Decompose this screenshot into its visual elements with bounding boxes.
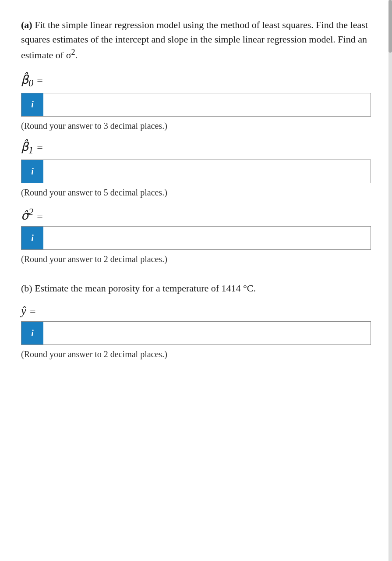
question-block: (a) Fit the simple linear regression mod… — [21, 18, 371, 359]
sigma-sq-info-icon: i — [31, 233, 34, 243]
part-b-question-text: (b) Estimate the mean porosity for a tem… — [21, 281, 371, 295]
part-b-label: (b) — [21, 283, 32, 294]
sigma-sq-input[interactable] — [43, 227, 371, 249]
beta0-input-container: i — [21, 93, 371, 117]
y-hat-info-button[interactable]: i — [21, 322, 43, 344]
y-hat-section: ŷ = i (Round your answer to 2 decimal pl… — [21, 304, 371, 359]
y-hat-label: ŷ = — [21, 304, 371, 318]
beta1-input-container: i — [21, 160, 371, 183]
y-hat-round-note: (Round your answer to 2 decimal places.) — [21, 349, 371, 359]
sigma-sq-input-container: i — [21, 226, 371, 250]
part-a-label: (a) — [21, 19, 32, 30]
sigma-sq-label: σ̂2 = — [21, 206, 371, 223]
separator — [21, 273, 371, 281]
beta0-info-button[interactable]: i — [21, 93, 43, 116]
beta1-info-button[interactable]: i — [21, 160, 43, 183]
beta0-symbol: β̂0 — [21, 73, 33, 89]
beta1-label: β̂1 = — [21, 140, 371, 156]
beta0-section: β̂0 = i (Round your answer to 3 decimal … — [21, 73, 371, 131]
sigma-sq-equals: = — [37, 210, 43, 222]
scrollbar-track — [388, 0, 392, 561]
beta0-info-icon: i — [31, 99, 34, 110]
sigma-sq-round-note: (Round your answer to 2 decimal places.) — [21, 254, 371, 264]
y-hat-info-icon: i — [31, 328, 34, 338]
beta1-info-icon: i — [31, 167, 34, 177]
sigma-sq-info-button[interactable]: i — [21, 227, 43, 249]
beta1-symbol: β̂1 — [21, 140, 33, 156]
beta0-equals: = — [37, 75, 43, 86]
scrollbar-thumb[interactable] — [388, 0, 392, 53]
y-hat-input[interactable] — [43, 322, 371, 344]
beta1-section: β̂1 = i (Round your answer to 5 decimal … — [21, 140, 371, 198]
beta0-label: β̂0 = — [21, 73, 371, 89]
sigma-sq-symbol: σ̂2 — [21, 206, 33, 223]
beta0-input[interactable] — [43, 93, 371, 116]
y-hat-input-container: i — [21, 321, 371, 345]
beta1-equals: = — [37, 142, 43, 153]
beta1-input[interactable] — [43, 160, 371, 183]
y-hat-equals: = — [30, 305, 36, 317]
y-hat-symbol: ŷ — [21, 304, 26, 318]
part-a-question-text: (a) Fit the simple linear regression mod… — [21, 18, 371, 62]
beta0-round-note: (Round your answer to 3 decimal places.) — [21, 121, 371, 131]
sigma-sq-section: σ̂2 = i (Round your answer to 2 decimal … — [21, 206, 371, 264]
beta1-round-note: (Round your answer to 5 decimal places.) — [21, 188, 371, 198]
